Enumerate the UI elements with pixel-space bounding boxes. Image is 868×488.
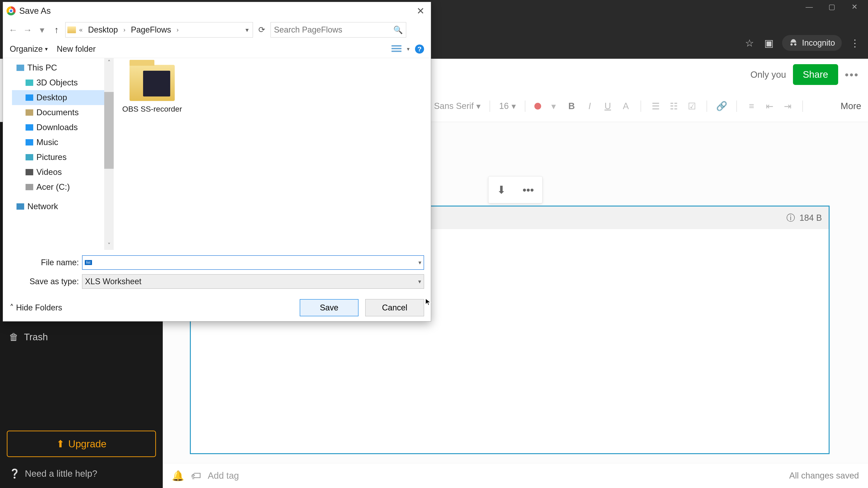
- file-name-input[interactable]: list ▾: [82, 255, 424, 270]
- documents-icon: [26, 109, 33, 116]
- scroll-up-icon[interactable]: ˄: [104, 58, 114, 67]
- note-more-icon[interactable]: •••: [845, 68, 859, 81]
- reader-icon[interactable]: ▣: [763, 37, 775, 49]
- file-name-label: File name:: [10, 258, 82, 267]
- hide-folders-toggle[interactable]: ˄ Hide Folders: [10, 303, 62, 313]
- organize-button[interactable]: Organize ▾: [10, 44, 48, 54]
- highlight-icon[interactable]: A: [620, 101, 631, 111]
- add-tag-placeholder[interactable]: Add tag: [208, 470, 239, 481]
- scroll-down-icon[interactable]: ˅: [104, 241, 114, 250]
- link-icon[interactable]: 🔗: [716, 101, 727, 111]
- toolbar-separator: [525, 101, 525, 112]
- pictures-icon: [26, 154, 33, 160]
- save-type-label: Save as type:: [10, 277, 82, 286]
- search-icon[interactable]: 🔍: [393, 25, 403, 34]
- tree-scrollbar[interactable]: ˄ ˅: [104, 58, 114, 250]
- view-mode-icon[interactable]: [392, 45, 401, 53]
- trash-label: Trash: [24, 332, 48, 343]
- file-name-value: list: [85, 260, 92, 265]
- reminder-icon[interactable]: 🔔: [172, 470, 184, 482]
- tree-desktop[interactable]: Desktop: [12, 90, 114, 105]
- italic-icon[interactable]: I: [584, 101, 595, 111]
- tree-3d-objects[interactable]: 3D Objects: [12, 75, 114, 90]
- dialog-body: This PC 3D Objects Desktop Documents Dow…: [3, 58, 431, 250]
- help-icon: ❔: [9, 468, 20, 479]
- align-icon[interactable]: ≡: [746, 101, 757, 111]
- tree-music[interactable]: Music: [12, 135, 114, 150]
- save-button[interactable]: Save: [300, 299, 359, 316]
- nav-back-icon[interactable]: ←: [7, 24, 19, 35]
- address-dropdown-icon[interactable]: ▾: [243, 26, 251, 34]
- tree-network[interactable]: Network: [12, 199, 114, 214]
- folder-item[interactable]: OBS SS-recorder: [121, 65, 184, 113]
- breadcrumb-desktop[interactable]: Desktop: [86, 24, 120, 36]
- tree-videos[interactable]: Videos: [12, 165, 114, 180]
- tree-drive-c[interactable]: Acer (C:): [12, 180, 114, 195]
- downloads-icon: [26, 124, 33, 131]
- upgrade-button[interactable]: ⬆ Upgrade: [7, 431, 156, 457]
- share-status: Only you: [750, 70, 786, 80]
- chevron-right-icon[interactable]: ›: [177, 26, 179, 33]
- toolbar-separator: [707, 101, 707, 112]
- filename-dropdown-icon[interactable]: ▾: [418, 259, 421, 266]
- toolbar-more[interactable]: More: [841, 101, 861, 111]
- chevron-right-icon[interactable]: ›: [123, 26, 125, 33]
- view-dropdown-icon[interactable]: ▾: [407, 46, 410, 52]
- dialog-help-icon[interactable]: ?: [415, 44, 424, 54]
- cancel-button[interactable]: Cancel: [365, 299, 424, 316]
- share-button[interactable]: Share: [793, 64, 838, 85]
- incognito-icon: [789, 38, 798, 47]
- tree-pictures[interactable]: Pictures: [12, 150, 114, 165]
- save-status: All changes saved: [789, 471, 859, 481]
- minimize-icon[interactable]: —: [805, 2, 814, 11]
- font-family-select[interactable]: Sans Serif ▾: [434, 101, 480, 111]
- maximize-icon[interactable]: ▢: [827, 2, 836, 11]
- save-type-select[interactable]: XLS Worksheet ▾: [82, 274, 424, 289]
- check-list-icon[interactable]: ☑: [686, 101, 698, 111]
- upgrade-label: Upgrade: [68, 438, 106, 450]
- savetype-dropdown-icon[interactable]: ▾: [418, 278, 421, 285]
- nav-recent-icon[interactable]: ▾: [36, 24, 48, 35]
- underline-icon[interactable]: U: [602, 101, 614, 111]
- tag-icon[interactable]: 🏷: [191, 470, 201, 482]
- text-color-icon[interactable]: [534, 103, 541, 109]
- dialog-close-icon[interactable]: ✕: [414, 4, 427, 18]
- bookmark-star-icon[interactable]: ☆: [743, 37, 756, 49]
- search-box[interactable]: 🔍: [271, 22, 406, 37]
- new-folder-button[interactable]: New folder: [57, 44, 96, 54]
- attachment-more-icon[interactable]: •••: [523, 184, 534, 196]
- attachment-size: 184 B: [800, 213, 822, 223]
- chevron-icon[interactable]: «: [79, 26, 83, 33]
- refresh-icon[interactable]: ⟳: [256, 24, 268, 35]
- incognito-indicator[interactable]: Incognito: [782, 35, 842, 51]
- scroll-thumb[interactable]: [104, 92, 114, 169]
- upgrade-icon: ⬆: [56, 438, 65, 450]
- outdent-icon[interactable]: ⇥: [782, 101, 794, 111]
- sidebar-item-trash[interactable]: 🗑 Trash: [7, 328, 156, 347]
- search-input[interactable]: [274, 25, 393, 35]
- close-window-icon[interactable]: ✕: [850, 2, 859, 11]
- download-icon[interactable]: ⬇: [497, 184, 506, 196]
- file-list-pane[interactable]: OBS SS-recorder: [114, 58, 431, 250]
- number-list-icon[interactable]: ☷: [668, 101, 680, 111]
- indent-icon[interactable]: ⇤: [764, 101, 775, 111]
- color-dropdown-icon[interactable]: ▾: [548, 101, 559, 111]
- breadcrumb-pageflows[interactable]: PageFlows: [129, 24, 174, 36]
- address-bar[interactable]: « Desktop › PageFlows › ▾: [65, 22, 253, 37]
- bullet-list-icon[interactable]: ☰: [650, 101, 661, 111]
- browser-toolbar-right: ☆ ▣ Incognito ⋮: [743, 32, 861, 54]
- font-size-select[interactable]: 16 ▾: [499, 101, 516, 111]
- dialog-footer: ˄ Hide Folders Save Cancel: [3, 294, 431, 321]
- info-icon[interactable]: ⓘ: [786, 212, 795, 224]
- nav-forward-icon[interactable]: →: [22, 24, 33, 35]
- dialog-nav: ← → ▾ ↑ « Desktop › PageFlows › ▾ ⟳ 🔍: [3, 20, 431, 40]
- tree-this-pc[interactable]: This PC: [12, 60, 114, 75]
- tree-documents[interactable]: Documents: [12, 105, 114, 120]
- help-link[interactable]: ❔ Need a little help?: [7, 466, 156, 481]
- nav-up-icon[interactable]: ↑: [51, 24, 62, 35]
- browser-menu-icon[interactable]: ⋮: [848, 37, 861, 49]
- app-sidebar: 🗑 Trash ⬆ Upgrade ❔ Need a little help?: [0, 321, 163, 488]
- incognito-label: Incognito: [802, 38, 835, 48]
- bold-icon[interactable]: B: [566, 101, 577, 111]
- tree-downloads[interactable]: Downloads: [12, 120, 114, 135]
